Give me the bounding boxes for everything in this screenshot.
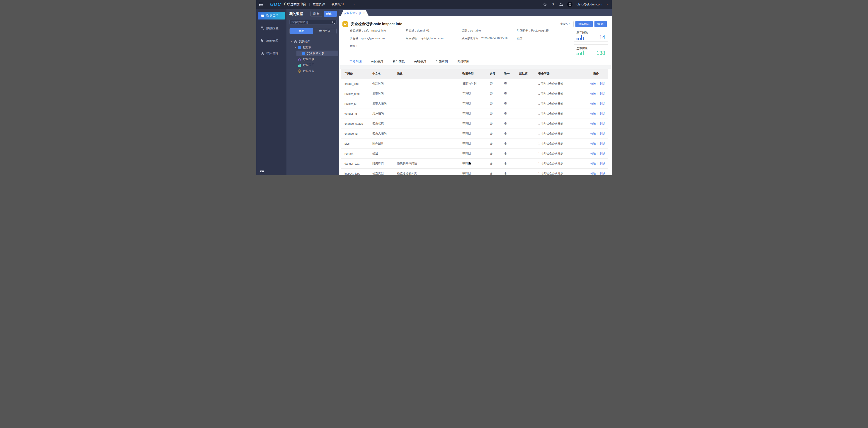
domain-selector-label: 我的域01	[332, 2, 344, 6]
cell-required: 否	[490, 152, 504, 155]
delete-field-link[interactable]: 删除	[599, 172, 605, 175]
avatar[interactable]	[567, 2, 572, 7]
view-api-button[interactable]: 查看API	[557, 21, 574, 27]
cell-unique: 否	[504, 122, 519, 126]
tree-node[interactable]: ▼数据集	[286, 44, 339, 50]
edit-field-link[interactable]: 修改	[590, 82, 596, 85]
tab-4[interactable]: 引擎实例	[436, 58, 448, 66]
edit-field-link[interactable]: 修改	[590, 162, 596, 165]
catalog-segmented-control: 全部我的目录	[289, 28, 337, 34]
cell-unique: 否	[504, 172, 519, 175]
tree-node[interactable]: 安全检查记录	[286, 50, 339, 56]
tab-5[interactable]: 授权范围	[457, 58, 469, 66]
edit-field-link[interactable]: 修改	[590, 122, 596, 125]
cell-type: 字符型	[462, 122, 490, 126]
new-button[interactable]: 新建 ▼	[324, 11, 337, 17]
page-title: 安全检查记录-safe inspect info	[351, 22, 403, 27]
delete-field-link[interactable]: 删除	[599, 152, 605, 155]
edit-field-link[interactable]: 修改	[590, 102, 596, 105]
meta-label: 类型：	[461, 29, 470, 32]
tab-3[interactable]: 关联信息	[414, 58, 426, 66]
tree-node[interactable]: 数据工厂	[286, 62, 339, 68]
bell-icon[interactable]	[559, 2, 563, 6]
cell-required: 否	[490, 172, 504, 175]
doc-tab-safe-inspect[interactable]: 安全检查记录 ✕	[341, 10, 369, 16]
cell-actions: 修改|删除	[590, 102, 608, 105]
chevron-down-icon[interactable]: ▼	[606, 3, 608, 5]
stat-value: 14	[599, 34, 605, 40]
cell-unique: 否	[504, 112, 519, 116]
edit-field-link[interactable]: 修改	[590, 112, 596, 115]
delete-field-link[interactable]: 删除	[599, 142, 605, 145]
sidebar-item-label: 标签管理	[266, 39, 278, 43]
delete-field-link[interactable]: 删除	[599, 122, 605, 125]
meta-grid: 资源标识：safe_inspect_info所属域：domain01类型：pg_…	[350, 29, 594, 48]
segment-all[interactable]: 全部	[290, 28, 313, 34]
collapse-menu-icon[interactable]	[260, 170, 264, 174]
cell-unique: 否	[504, 142, 519, 146]
table-icon	[302, 52, 305, 55]
cell-name: 复审人编码	[372, 102, 397, 105]
cell-id: create_time	[344, 82, 372, 86]
domain-selector[interactable]: 我的域01 ▼	[332, 2, 355, 6]
tree-caret-icon[interactable]: ▼	[294, 47, 297, 49]
tree-node-label: 安全检查记录	[307, 52, 324, 55]
tree-node[interactable]: 数据服务	[286, 68, 339, 74]
title-row: 安全检查记录-safe inspect info 查看API数据预览编 辑	[342, 20, 607, 28]
meta-label: 所属域：	[406, 29, 417, 32]
edit-button[interactable]: 编 辑	[594, 21, 607, 27]
detail-tabs: 字段明细分区信息索引信息关联信息引擎实例授权范围	[349, 58, 478, 66]
delete-field-link[interactable]: 删除	[599, 162, 605, 165]
help-icon[interactable]: ?	[551, 2, 555, 6]
delete-field-link[interactable]: 删除	[599, 102, 605, 105]
tree-node-label: 我的域01	[299, 40, 310, 43]
cell-unique: 否	[504, 162, 519, 165]
tree-node[interactable]: ▼我的域01	[286, 38, 339, 44]
cell-actions: 修改|删除	[590, 142, 608, 146]
tab-0[interactable]: 字段明细	[349, 58, 362, 66]
user-email[interactable]: qiy-b@glodon.com	[577, 3, 602, 6]
action-separator: |	[597, 102, 598, 105]
table-row-vendor_id: vendor_id用户编码字符型否否1 可向社会公众开放修改|删除	[341, 109, 608, 119]
meta-0: 资源标识：safe_inspect_info	[350, 29, 406, 33]
action-separator: |	[597, 112, 598, 115]
delete-field-link[interactable]: 删除	[599, 112, 605, 115]
delete-field-link[interactable]: 删除	[599, 132, 605, 135]
edit-field-link[interactable]: 修改	[590, 152, 596, 155]
cell-id: review_time	[344, 92, 372, 95]
sidebar-item-scope[interactable]: 范围管理	[258, 50, 285, 58]
bug-icon[interactable]	[543, 2, 547, 6]
sidebar-item-database[interactable]: 数据目录	[258, 12, 285, 20]
tab-1[interactable]: 分区信息	[371, 58, 383, 66]
search-input[interactable]	[289, 20, 337, 25]
close-icon[interactable]: ✕	[363, 11, 366, 14]
delete-field-link[interactable]: 删除	[599, 92, 605, 95]
action-separator: |	[597, 122, 598, 125]
edit-field-link[interactable]: 修改	[590, 92, 596, 95]
sidebar-item-tag[interactable]: 标签管理	[258, 37, 285, 45]
meta-4: 所有者：qiy-b@glodon.com	[350, 36, 406, 40]
cell-desc: 隐患的具体问题	[397, 162, 462, 165]
cell-type: 字符型	[462, 132, 490, 135]
cell-type: 字符型	[462, 172, 490, 175]
table-header: 字段ID中文名描述数据类型必须唯一默认值安全等级操作	[341, 69, 608, 79]
edit-field-link[interactable]: 修改	[590, 132, 596, 135]
search-wrap	[289, 20, 337, 25]
delete-field-link[interactable]: 删除	[599, 82, 605, 85]
topnav-data-resource[interactable]: 数据资源	[313, 2, 325, 6]
tree-caret-icon[interactable]: ▼	[290, 40, 292, 42]
menu-icon[interactable]	[256, 0, 265, 9]
edit-field-link[interactable]: 修改	[590, 172, 596, 175]
data-preview-button[interactable]: 数据预览	[576, 21, 593, 27]
cell-name: 变更人编码	[372, 132, 397, 135]
tree-node[interactable]: 数据关联	[286, 56, 339, 62]
tab-2[interactable]: 索引信息	[393, 58, 405, 66]
factory-chart-icon	[298, 63, 301, 67]
sidebar-item-explore[interactable]: 数据探查	[258, 25, 285, 32]
refresh-button[interactable]: 刷 新	[310, 11, 322, 17]
search-icon[interactable]	[332, 21, 335, 25]
edit-field-link[interactable]: 修改	[590, 142, 596, 145]
table-top-band	[339, 66, 612, 69]
segment-my-catalog[interactable]: 我的目录	[313, 28, 336, 34]
meta-8: 标签：	[350, 44, 406, 48]
